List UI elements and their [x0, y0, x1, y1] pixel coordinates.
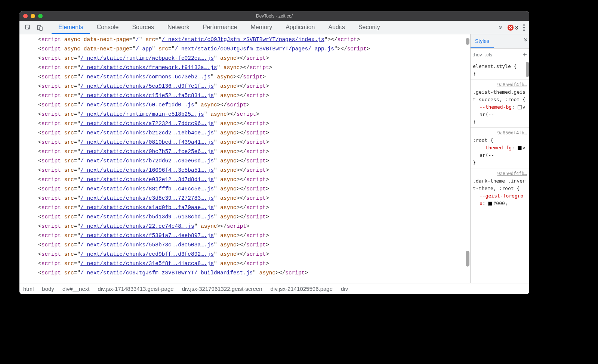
dom-node[interactable]: <script src="/_next/static/chunks/16096f…: [19, 166, 470, 175]
breadcrumb-item[interactable]: div#__next: [62, 286, 90, 292]
dom-node[interactable]: <script src="/_next/static/chunks/60.cef…: [19, 100, 470, 110]
toolbar: ElementsConsoleSourcesNetworkPerformance…: [19, 21, 529, 34]
inspect-icon[interactable]: [25, 24, 31, 31]
breadcrumb-item[interactable]: div.jsx-2141025596.page: [271, 286, 333, 292]
tab-performance[interactable]: Performance: [196, 21, 244, 34]
dom-node[interactable]: <script src="/_next/static/chunks/5ca913…: [19, 82, 470, 91]
overflow-panels-icon[interactable]: »: [497, 25, 505, 29]
dom-node[interactable]: <script src="/_next/static/chunks/a1ad0f…: [19, 203, 470, 212]
dom-node[interactable]: <script src="/_next/static/chunks/558b73…: [19, 240, 470, 250]
overflow-styles-icon[interactable]: »: [522, 38, 529, 44]
dom-node[interactable]: <script src="/_next/static/chunks/b5d13d…: [19, 212, 470, 222]
dom-node[interactable]: <script src="/_next/static/chunks/ecd9bf…: [19, 250, 470, 259]
styles-filter-bar: :hov .cls +: [471, 49, 529, 61]
tab-security[interactable]: Security: [352, 21, 387, 34]
tab-network[interactable]: Network: [161, 21, 196, 34]
dom-node[interactable]: <script src="/_next/static/runtime/webpa…: [19, 54, 470, 63]
styles-tab[interactable]: Styles: [471, 34, 494, 48]
dom-node[interactable]: <script src="/_next/static/chunks/a72232…: [19, 119, 470, 128]
breadcrumb-item[interactable]: div.jsx-1714833413.geist-page: [98, 286, 173, 292]
dom-node[interactable]: <script src="/_next/static/chunks/22.ce7…: [19, 222, 470, 231]
dom-node[interactable]: <script src="/_next/static/chunks/common…: [19, 72, 470, 82]
styles-panel: Styles » :hov .cls + element.style {}9a8…: [470, 34, 529, 283]
dom-node[interactable]: <script src="/_next/static/chunks/e032e1…: [19, 175, 470, 184]
dom-node[interactable]: <script src="/_next/static/chunks/framew…: [19, 63, 470, 72]
css-rule[interactable]: element.style {}: [471, 61, 529, 80]
breadcrumb-item[interactable]: div: [341, 286, 348, 292]
styles-tabs: Styles »: [471, 34, 529, 49]
error-count: 3: [515, 25, 518, 31]
hov-toggle[interactable]: :hov: [473, 52, 482, 57]
scrollbar-thumb[interactable]: [526, 62, 529, 77]
panel-tabs: ElementsConsoleSourcesNetworkPerformance…: [52, 21, 387, 34]
device-toggle-icon[interactable]: [37, 24, 43, 31]
css-rule[interactable]: 9a850df4fb….dark-theme .invert-theme, :r…: [471, 168, 529, 209]
titlebar: DevTools - zeit.co/: [19, 11, 529, 21]
tab-elements[interactable]: Elements: [52, 21, 90, 34]
dom-node[interactable]: <script src="/_next/static/chunks/b212cd…: [19, 128, 470, 138]
dom-node[interactable]: <script src="/_next/static/chunks/f5391a…: [19, 231, 470, 240]
breadcrumb-item[interactable]: html: [23, 286, 34, 292]
tab-sources[interactable]: Sources: [125, 21, 161, 34]
dom-node[interactable]: <script src="/_next/static/chunks/881fff…: [19, 184, 470, 194]
dom-node[interactable]: <script src="/_next/static/cO9JtgJsfm_zS…: [19, 268, 470, 278]
settings-menu-icon[interactable]: [523, 24, 525, 31]
tab-audits[interactable]: Audits: [321, 21, 351, 34]
scrollbar-thumb[interactable]: [466, 38, 469, 45]
tab-console[interactable]: Console: [90, 21, 126, 34]
console-errors[interactable]: 3: [508, 25, 518, 31]
css-rule[interactable]: 9a850df4fb…:root {--themed-fg: var(--}: [471, 128, 529, 168]
new-style-rule-icon[interactable]: +: [523, 50, 527, 59]
dom-node[interactable]: <script async data-next-page="/_app" src…: [19, 44, 470, 54]
dom-node[interactable]: <script src="/_next/static/chunks/b72dd6…: [19, 156, 470, 166]
error-icon: [508, 25, 514, 31]
elements-panel[interactable]: <script async data-next-page="/" src="/_…: [19, 34, 470, 283]
cls-toggle[interactable]: .cls: [485, 52, 493, 57]
tab-application[interactable]: Application: [279, 21, 321, 34]
dom-node[interactable]: <script src="/_next/static/chunks/31e5f8…: [19, 259, 470, 268]
css-rule[interactable]: 9a850df4fb….geist-themed.geist-success, …: [471, 80, 529, 128]
window-title: DevTools - zeit.co/: [19, 13, 529, 19]
main-area: <script async data-next-page="/" src="/_…: [19, 34, 529, 283]
dom-node[interactable]: <script src="/_next/static/chunks/0810bc…: [19, 138, 470, 147]
styles-rules[interactable]: element.style {}9a850df4fb….geist-themed…: [471, 61, 529, 283]
breadcrumb-item[interactable]: body: [42, 286, 54, 292]
dom-node[interactable]: <script src="/_next/static/chunks/c151e5…: [19, 91, 470, 100]
dom-node[interactable]: <script src="/_next/static/runtime/main-…: [19, 110, 470, 119]
breadcrumbs: htmlbodydiv#__nextdiv.jsx-1714833413.gei…: [19, 283, 529, 294]
dom-node[interactable]: <script src="/_next/static/chunks/c3d8e3…: [19, 194, 470, 203]
dom-node[interactable]: <script async data-next-page="/" src="/_…: [19, 35, 470, 44]
breadcrumb-item[interactable]: div.jsx-3217961322.geist-screen: [182, 286, 262, 292]
tab-memory[interactable]: Memory: [244, 21, 279, 34]
svg-rect-2: [40, 27, 42, 30]
scrollbar-thumb[interactable]: [466, 251, 469, 267]
devtools-window: DevTools - zeit.co/ ElementsConsoleSourc…: [19, 11, 529, 294]
dom-node[interactable]: <script src="/_next/static/chunks/0bc7b5…: [19, 147, 470, 156]
